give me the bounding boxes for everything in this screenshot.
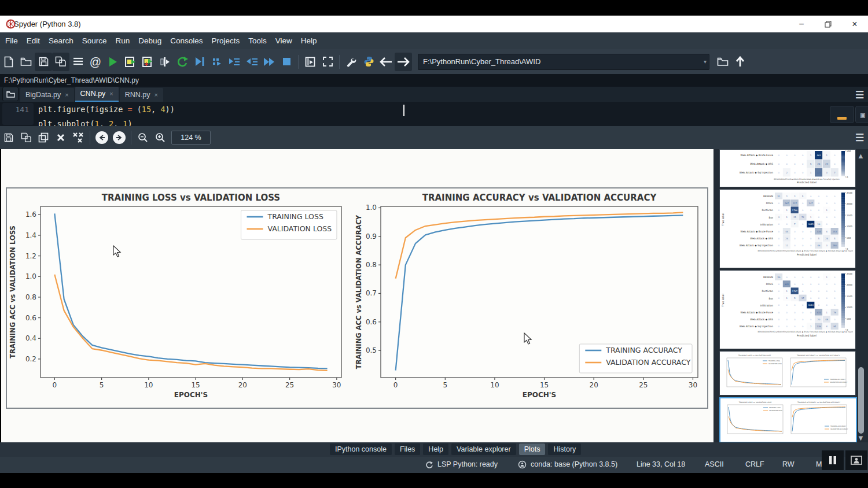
symbol-finder-button[interactable]: @: [87, 53, 104, 71]
mouse-cursor: [113, 245, 122, 258]
remove-all-plots-button[interactable]: [69, 128, 87, 147]
menu-item-tools[interactable]: Tools: [248, 36, 267, 45]
pane-tab-plots[interactable]: Plots: [519, 443, 546, 455]
svg-text:1.2: 1.2: [25, 252, 36, 260]
copy-plot-button[interactable]: [35, 128, 52, 147]
run-selection-button[interactable]: [156, 53, 174, 71]
svg-text:1766: 1766: [792, 209, 798, 212]
interpreter-status[interactable]: conda: base (Python 3.8.5): [531, 460, 617, 468]
svg-text:0: 0: [53, 381, 57, 389]
svg-text:25: 25: [285, 381, 294, 389]
debug-file-button[interactable]: [191, 53, 208, 71]
scroll-down-icon[interactable]: ▼: [857, 434, 865, 442]
save-all-plots-button[interactable]: [17, 128, 35, 147]
forward-button[interactable]: [395, 53, 412, 71]
step-return-button[interactable]: [243, 53, 260, 71]
plot-thumbnail-3[interactable]: BENIGN590000010DDoS0641000000PortScan011…: [719, 270, 856, 349]
menu-item-edit[interactable]: Edit: [27, 36, 40, 45]
minimize-button[interactable]: −: [788, 16, 815, 32]
svg-text:1: 1: [826, 209, 827, 212]
restore-button[interactable]: [815, 16, 841, 32]
webcam-button[interactable]: [845, 450, 867, 470]
dropdown-chevron-icon[interactable]: ▾: [704, 58, 707, 65]
svg-text:30: 30: [332, 381, 341, 389]
step-over-button[interactable]: [208, 53, 226, 71]
scrollbar-thumb[interactable]: [858, 367, 864, 434]
pause-button[interactable]: [822, 450, 844, 470]
editor-tab-bigdata.py[interactable]: BigData.py×: [20, 88, 74, 102]
sidebar-scrollbar[interactable]: ▲ ▼: [856, 149, 866, 442]
tab-close-icon[interactable]: ×: [109, 90, 113, 97]
menu-item-view[interactable]: View: [275, 36, 292, 45]
browse-directory-button[interactable]: [714, 53, 731, 71]
maximize-pane-button[interactable]: [301, 53, 319, 71]
back-arrow-icon: [380, 57, 392, 66]
menu-item-source[interactable]: Source: [82, 36, 107, 45]
scroll-flag-area[interactable]: [830, 106, 854, 123]
run-cell-advance-button[interactable]: [139, 53, 156, 71]
pane-tab-files[interactable]: Files: [395, 443, 420, 455]
webcam-icon: [851, 456, 862, 465]
svg-text:DDoS: DDoS: [766, 283, 773, 286]
svg-text:11: 11: [785, 245, 788, 247]
working-directory-input[interactable]: F:\PythonRun\Cyber_Thread\AWID ▾: [418, 54, 709, 70]
python-path-manager-button[interactable]: [360, 53, 377, 71]
plot-thumbnail-5[interactable]: TRAINING LOSS vs VALIDATION LOSSTRAINING…: [719, 397, 857, 443]
fullscreen-button[interactable]: [319, 53, 336, 71]
tab-close-icon[interactable]: ×: [65, 91, 68, 98]
tab-close-icon[interactable]: ×: [155, 91, 158, 98]
menu-item-run[interactable]: Run: [116, 36, 130, 45]
scroll-up-icon[interactable]: ▲: [857, 151, 865, 160]
file-switcher-button[interactable]: [69, 53, 87, 71]
preferences-button[interactable]: [343, 53, 360, 71]
toolbar-separator: [339, 55, 340, 69]
browse-tabs-button[interactable]: [2, 87, 19, 101]
next-plot-button[interactable]: [111, 128, 128, 147]
zoom-out-button[interactable]: [134, 128, 152, 147]
menu-item-search[interactable]: Search: [49, 36, 73, 45]
menu-item-help[interactable]: Help: [301, 36, 317, 45]
step-into-button[interactable]: [226, 53, 243, 71]
continue-execution-button[interactable]: [260, 53, 278, 71]
plots-options-menu-icon[interactable]: ☰: [855, 132, 864, 144]
run-cell-button[interactable]: [122, 53, 139, 71]
zoom-in-button[interactable]: [152, 128, 169, 147]
menu-item-file[interactable]: File: [5, 36, 18, 45]
previous-plot-button[interactable]: [93, 128, 111, 147]
menu-bar: FileEditSearchSourceRunDebugConsolesProj…: [0, 32, 868, 49]
plot-thumbnail-4[interactable]: TRAINING LOSS vs VALIDATION LOSSTRAINING…: [719, 351, 856, 395]
editor-tab-cnn.py[interactable]: CNN.py×: [75, 87, 119, 102]
svg-text:Predicted label: Predicted label: [797, 253, 816, 256]
run-file-button[interactable]: [104, 53, 122, 71]
editor-options-menu-icon[interactable]: ☰: [855, 89, 864, 101]
remove-plot-button[interactable]: [52, 128, 69, 147]
pane-tab-variable-explorer[interactable]: Variable explorer: [451, 443, 516, 455]
loss-chart: 0510152025300.20.40.60.81.01.21.41.6TRAI…: [7, 189, 350, 405]
split-editor-icon[interactable]: ▣: [855, 106, 868, 123]
menu-item-consoles[interactable]: Consoles: [170, 36, 203, 45]
memory-status: M: [816, 460, 822, 468]
svg-text:Web Attack ◆ Brute Force: Web Attack ◆ Brute Force: [741, 230, 774, 233]
svg-text:1000: 1000: [847, 306, 852, 309]
stop-debug-button[interactable]: [278, 53, 295, 71]
close-button[interactable]: ×: [841, 16, 868, 32]
plot-thumbnail-2[interactable]: BENIGN512250000DDoS02672270147000PortSca…: [719, 189, 856, 268]
re-run-cell-button[interactable]: [174, 53, 191, 71]
pane-tab-history[interactable]: History: [548, 443, 581, 455]
pane-tab-ipython-console[interactable]: IPython console: [330, 443, 392, 455]
back-button[interactable]: [377, 53, 395, 71]
menu-item-projects[interactable]: Projects: [211, 36, 240, 45]
svg-text:0.7: 0.7: [366, 289, 377, 297]
save-all-button[interactable]: [52, 53, 69, 71]
code-editor[interactable]: 141 plt.figure(figsize = (15, 4)) plt.su…: [0, 102, 868, 126]
new-file-button[interactable]: [0, 53, 17, 71]
code-token: ): [128, 119, 133, 126]
menu-item-debug[interactable]: Debug: [138, 36, 161, 45]
save-file-button[interactable]: [35, 53, 52, 71]
editor-tab-rnn.py[interactable]: RNN.py×: [120, 88, 163, 102]
parent-directory-button[interactable]: [731, 53, 749, 71]
open-file-button[interactable]: [17, 53, 35, 71]
plot-thumbnail-1[interactable]: Web Attack ◆ Brute Force0000146310Web At…: [719, 149, 856, 187]
save-plot-button[interactable]: [0, 128, 17, 147]
pane-tab-help[interactable]: Help: [423, 443, 448, 455]
